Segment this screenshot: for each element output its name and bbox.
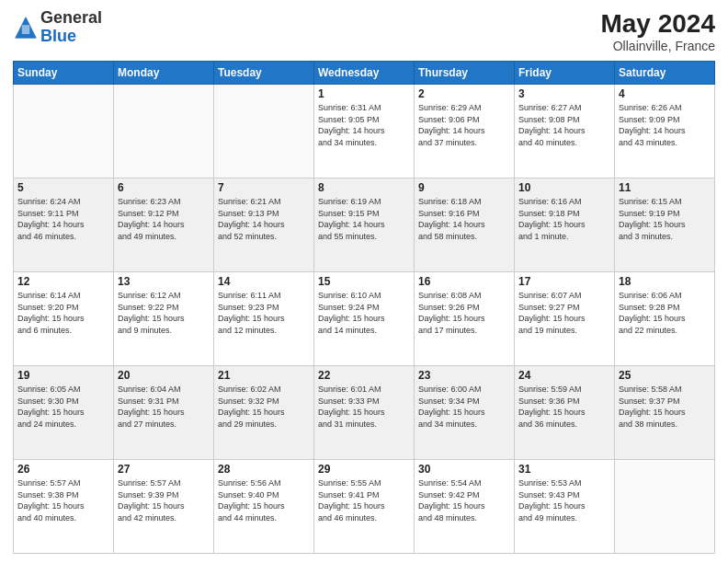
calendar-cell: 29Sunrise: 5:55 AM Sunset: 9:41 PM Dayli… xyxy=(314,460,415,554)
day-detail: Sunrise: 6:16 AM Sunset: 9:18 PM Dayligh… xyxy=(518,196,610,242)
day-number: 31 xyxy=(518,463,610,476)
month-year: May 2024 xyxy=(600,9,715,39)
calendar-week-2: 5Sunrise: 6:24 AM Sunset: 9:11 PM Daylig… xyxy=(14,178,715,272)
calendar-cell: 14Sunrise: 6:11 AM Sunset: 9:23 PM Dayli… xyxy=(214,272,314,366)
day-detail: Sunrise: 5:58 AM Sunset: 9:37 PM Dayligh… xyxy=(619,384,711,430)
day-detail: Sunrise: 6:19 AM Sunset: 9:15 PM Dayligh… xyxy=(318,196,410,242)
day-number: 14 xyxy=(218,275,310,288)
day-detail: Sunrise: 6:26 AM Sunset: 9:09 PM Dayligh… xyxy=(619,102,711,148)
calendar-cell xyxy=(114,85,214,178)
day-number: 3 xyxy=(518,87,610,100)
calendar-cell: 24Sunrise: 5:59 AM Sunset: 9:36 PM Dayli… xyxy=(515,366,615,460)
calendar-week-1: 1Sunrise: 6:31 AM Sunset: 9:05 PM Daylig… xyxy=(14,85,715,178)
calendar-header-thursday: Thursday xyxy=(415,62,515,85)
calendar-cell: 4Sunrise: 6:26 AM Sunset: 9:09 PM Daylig… xyxy=(615,85,715,178)
day-detail: Sunrise: 6:08 AM Sunset: 9:26 PM Dayligh… xyxy=(418,290,510,336)
calendar-cell: 18Sunrise: 6:06 AM Sunset: 9:28 PM Dayli… xyxy=(615,272,715,366)
calendar-cell: 31Sunrise: 5:53 AM Sunset: 9:43 PM Dayli… xyxy=(515,460,615,554)
calendar-cell: 12Sunrise: 6:14 AM Sunset: 9:20 PM Dayli… xyxy=(14,272,114,366)
day-number: 24 xyxy=(518,369,610,382)
day-number: 5 xyxy=(17,181,109,194)
calendar-cell: 13Sunrise: 6:12 AM Sunset: 9:22 PM Dayli… xyxy=(114,272,214,366)
logo-text: General Blue xyxy=(40,9,102,46)
logo-icon xyxy=(13,15,39,40)
day-detail: Sunrise: 5:56 AM Sunset: 9:40 PM Dayligh… xyxy=(218,477,310,523)
calendar-cell: 23Sunrise: 6:00 AM Sunset: 9:34 PM Dayli… xyxy=(415,366,515,460)
calendar-cell: 16Sunrise: 6:08 AM Sunset: 9:26 PM Dayli… xyxy=(415,272,515,366)
logo: General Blue xyxy=(13,9,102,46)
day-detail: Sunrise: 6:01 AM Sunset: 9:33 PM Dayligh… xyxy=(318,384,410,430)
calendar-cell: 6Sunrise: 6:23 AM Sunset: 9:12 PM Daylig… xyxy=(114,178,214,272)
calendar-cell xyxy=(615,460,715,554)
calendar-cell: 3Sunrise: 6:27 AM Sunset: 9:08 PM Daylig… xyxy=(515,85,615,178)
day-detail: Sunrise: 6:12 AM Sunset: 9:22 PM Dayligh… xyxy=(118,290,210,336)
day-number: 7 xyxy=(218,181,310,194)
day-number: 22 xyxy=(318,369,410,382)
day-number: 6 xyxy=(118,181,210,194)
day-number: 9 xyxy=(418,181,510,194)
day-detail: Sunrise: 6:29 AM Sunset: 9:06 PM Dayligh… xyxy=(418,102,510,148)
calendar-cell: 25Sunrise: 5:58 AM Sunset: 9:37 PM Dayli… xyxy=(615,366,715,460)
calendar-table: SundayMondayTuesdayWednesdayThursdayFrid… xyxy=(13,61,715,554)
calendar-cell: 1Sunrise: 6:31 AM Sunset: 9:05 PM Daylig… xyxy=(314,85,415,178)
day-detail: Sunrise: 5:53 AM Sunset: 9:43 PM Dayligh… xyxy=(518,477,610,523)
day-number: 13 xyxy=(118,275,210,288)
day-number: 28 xyxy=(218,463,310,476)
day-detail: Sunrise: 6:11 AM Sunset: 9:23 PM Dayligh… xyxy=(218,290,310,336)
day-detail: Sunrise: 6:31 AM Sunset: 9:05 PM Dayligh… xyxy=(318,102,410,148)
calendar-cell: 5Sunrise: 6:24 AM Sunset: 9:11 PM Daylig… xyxy=(14,178,114,272)
calendar-cell: 27Sunrise: 5:57 AM Sunset: 9:39 PM Dayli… xyxy=(114,460,214,554)
day-detail: Sunrise: 6:15 AM Sunset: 9:19 PM Dayligh… xyxy=(619,196,711,242)
day-detail: Sunrise: 6:14 AM Sunset: 9:20 PM Dayligh… xyxy=(17,290,109,336)
day-detail: Sunrise: 5:54 AM Sunset: 9:42 PM Dayligh… xyxy=(418,477,510,523)
day-number: 29 xyxy=(318,463,410,476)
calendar-header-wednesday: Wednesday xyxy=(314,62,415,85)
calendar-cell xyxy=(14,85,114,178)
day-number: 26 xyxy=(17,463,109,476)
day-number: 16 xyxy=(418,275,510,288)
location: Ollainville, France xyxy=(600,39,715,53)
calendar-cell: 11Sunrise: 6:15 AM Sunset: 9:19 PM Dayli… xyxy=(615,178,715,272)
logo-blue-label: Blue xyxy=(40,28,102,46)
day-number: 17 xyxy=(518,275,610,288)
calendar-cell: 30Sunrise: 5:54 AM Sunset: 9:42 PM Dayli… xyxy=(415,460,515,554)
calendar-cell: 15Sunrise: 6:10 AM Sunset: 9:24 PM Dayli… xyxy=(314,272,415,366)
day-number: 12 xyxy=(17,275,109,288)
day-number: 15 xyxy=(318,275,410,288)
day-number: 8 xyxy=(318,181,410,194)
calendar-cell: 26Sunrise: 5:57 AM Sunset: 9:38 PM Dayli… xyxy=(14,460,114,554)
calendar-cell: 19Sunrise: 6:05 AM Sunset: 9:30 PM Dayli… xyxy=(14,366,114,460)
calendar-cell: 21Sunrise: 6:02 AM Sunset: 9:32 PM Dayli… xyxy=(214,366,314,460)
calendar-header-row: SundayMondayTuesdayWednesdayThursdayFrid… xyxy=(14,62,715,85)
day-detail: Sunrise: 6:00 AM Sunset: 9:34 PM Dayligh… xyxy=(418,384,510,430)
day-detail: Sunrise: 6:02 AM Sunset: 9:32 PM Dayligh… xyxy=(218,384,310,430)
calendar-cell xyxy=(214,85,314,178)
calendar-cell: 17Sunrise: 6:07 AM Sunset: 9:27 PM Dayli… xyxy=(515,272,615,366)
calendar-week-5: 26Sunrise: 5:57 AM Sunset: 9:38 PM Dayli… xyxy=(14,460,715,554)
day-number: 27 xyxy=(118,463,210,476)
logo-general-label: General xyxy=(40,9,102,28)
day-detail: Sunrise: 6:23 AM Sunset: 9:12 PM Dayligh… xyxy=(118,196,210,242)
day-detail: Sunrise: 6:18 AM Sunset: 9:16 PM Dayligh… xyxy=(418,196,510,242)
day-number: 23 xyxy=(418,369,510,382)
day-detail: Sunrise: 5:57 AM Sunset: 9:38 PM Dayligh… xyxy=(17,477,109,523)
day-number: 20 xyxy=(118,369,210,382)
header: General Blue May 2024 Ollainville, Franc… xyxy=(13,9,715,53)
calendar-header-sunday: Sunday xyxy=(14,62,114,85)
day-detail: Sunrise: 6:21 AM Sunset: 9:13 PM Dayligh… xyxy=(218,196,310,242)
day-number: 2 xyxy=(418,87,510,100)
calendar-cell: 20Sunrise: 6:04 AM Sunset: 9:31 PM Dayli… xyxy=(114,366,214,460)
day-number: 18 xyxy=(619,275,711,288)
calendar-week-4: 19Sunrise: 6:05 AM Sunset: 9:30 PM Dayli… xyxy=(14,366,715,460)
day-number: 1 xyxy=(318,87,410,100)
calendar-header-monday: Monday xyxy=(114,62,214,85)
day-detail: Sunrise: 6:24 AM Sunset: 9:11 PM Dayligh… xyxy=(17,196,109,242)
calendar-cell: 8Sunrise: 6:19 AM Sunset: 9:15 PM Daylig… xyxy=(314,178,415,272)
day-number: 4 xyxy=(619,87,711,100)
day-number: 21 xyxy=(218,369,310,382)
calendar-cell: 7Sunrise: 6:21 AM Sunset: 9:13 PM Daylig… xyxy=(214,178,314,272)
calendar-cell: 28Sunrise: 5:56 AM Sunset: 9:40 PM Dayli… xyxy=(214,460,314,554)
day-detail: Sunrise: 5:57 AM Sunset: 9:39 PM Dayligh… xyxy=(118,477,210,523)
day-number: 19 xyxy=(17,369,109,382)
svg-rect-2 xyxy=(22,25,29,34)
